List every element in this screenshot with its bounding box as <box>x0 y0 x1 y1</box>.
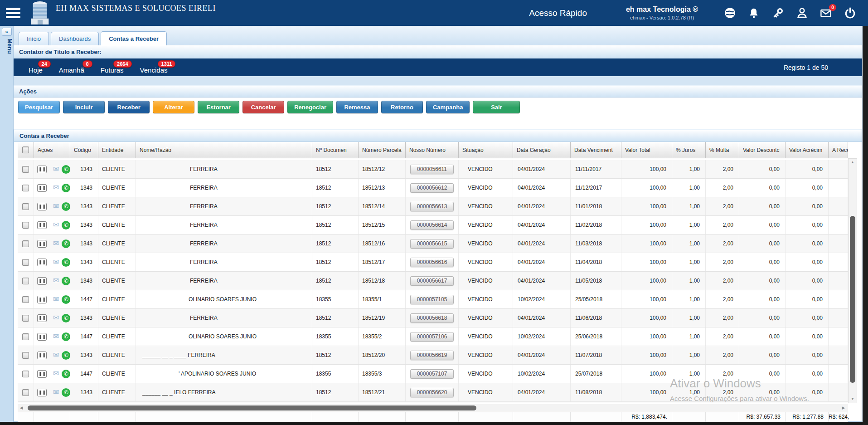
nosso-numero-button[interactable]: 0000056617 <box>410 276 454 286</box>
select-all-checkbox[interactable] <box>22 147 29 153</box>
column-header-aç-es[interactable]: Ações <box>34 142 70 158</box>
quick-access-button[interactable]: Acesso Rápido <box>529 8 587 18</box>
counter-futuras[interactable]: 2664Futuras <box>101 60 129 76</box>
scroll-left-arrow[interactable]: ◀ <box>18 404 25 412</box>
barcode-icon[interactable] <box>37 389 47 396</box>
column-header-valor-acrécim[interactable]: Valor Acrécim <box>786 142 829 158</box>
column-header-%-juros[interactable]: % Juros <box>672 142 706 158</box>
nosso-numero-button[interactable]: 0000056618 <box>410 313 454 323</box>
row-checkbox[interactable] <box>22 259 29 266</box>
barcode-icon[interactable] <box>37 240 47 248</box>
renegociar-button[interactable]: Renegociar <box>287 101 333 113</box>
cancelar-button[interactable]: Cancelar <box>242 101 284 113</box>
receber-button[interactable]: Receber <box>108 101 150 113</box>
barcode-icon[interactable] <box>37 277 47 285</box>
sair-button[interactable]: Sair <box>473 101 520 113</box>
row-checkbox[interactable] <box>22 371 29 377</box>
power-icon[interactable] <box>844 7 856 20</box>
row-checkbox[interactable] <box>22 296 29 303</box>
mail-icon[interactable]: ✉ <box>49 259 59 266</box>
scroll-down-arrow[interactable]: ▼ <box>849 396 857 403</box>
mail-icon[interactable]: ✉ <box>49 166 59 173</box>
incluir-button[interactable]: Incluir <box>63 101 105 113</box>
vertical-scrollbar[interactable]: ▲ ▼ <box>848 158 857 403</box>
bell-icon[interactable] <box>747 7 760 20</box>
column-header-nosso-n-mero[interactable]: Nosso Número <box>406 142 459 158</box>
nosso-numero-button[interactable]: 0000056615 <box>410 239 454 249</box>
whatsapp-icon[interactable]: ✆ <box>62 332 70 341</box>
retorno-button[interactable]: Retorno <box>381 101 423 113</box>
whatsapp-icon[interactable]: ✆ <box>62 295 70 304</box>
barcode-icon[interactable] <box>37 370 47 378</box>
nosso-numero-button[interactable]: 0000056620 <box>410 388 454 397</box>
barcode-icon[interactable] <box>37 221 47 229</box>
estornar-button[interactable]: Estornar <box>198 101 239 113</box>
mail-icon[interactable]: 0 <box>820 7 832 20</box>
horizontal-scrollbar[interactable]: ◀ ▶ <box>18 404 848 412</box>
row-checkbox[interactable] <box>22 278 29 284</box>
nosso-numero-button[interactable]: 0000056619 <box>410 351 454 360</box>
mail-icon[interactable]: ✉ <box>49 352 59 359</box>
whatsapp-icon[interactable]: ✆ <box>62 314 70 322</box>
column-header-data-geração[interactable]: Data Geração <box>513 142 571 158</box>
row-checkbox[interactable] <box>22 185 29 191</box>
mail-icon[interactable]: ✉ <box>49 333 59 340</box>
barcode-icon[interactable] <box>37 314 47 322</box>
nosso-numero-button[interactable]: 0000057106 <box>410 332 454 342</box>
column-header-n-mero-parcela[interactable]: Número Parcela <box>359 142 406 158</box>
tab-contas-a-receber[interactable]: Contas a Receber <box>101 31 167 45</box>
row-checkbox[interactable] <box>22 166 29 173</box>
barcode-icon[interactable] <box>37 352 47 359</box>
user-icon[interactable] <box>795 7 808 20</box>
column-header-data-venciment[interactable]: Data Venciment <box>571 142 621 158</box>
column-header-nº-documen[interactable]: Nº Documen <box>312 142 359 158</box>
mail-icon[interactable]: ✉ <box>49 240 59 247</box>
barcode-icon[interactable] <box>37 259 47 266</box>
row-checkbox[interactable] <box>22 203 29 210</box>
row-checkbox[interactable] <box>22 240 29 247</box>
pesquisar-button[interactable]: Pesquisar <box>18 101 60 113</box>
mail-icon[interactable]: ✉ <box>49 203 59 210</box>
campanha-button[interactable]: Campanha <box>426 101 470 113</box>
mail-icon[interactable]: ✉ <box>49 221 59 229</box>
mail-icon[interactable]: ✉ <box>49 389 59 396</box>
whatsapp-icon[interactable]: ✆ <box>62 221 70 230</box>
barcode-icon[interactable] <box>37 296 47 303</box>
nosso-numero-button[interactable]: 0000057107 <box>410 369 454 379</box>
mail-icon[interactable]: ✉ <box>49 314 59 322</box>
row-checkbox[interactable] <box>22 222 29 229</box>
vertical-scroll-thumb[interactable] <box>850 216 855 383</box>
mail-icon[interactable]: ✉ <box>49 277 59 284</box>
counter-vencidas[interactable]: 1311Vencidas <box>140 60 173 76</box>
remessa-button[interactable]: Remessa <box>336 101 378 113</box>
mail-icon[interactable]: ✉ <box>49 184 59 191</box>
counter-hoje[interactable]: 24Hoje <box>29 60 48 76</box>
sidebar-expand-button[interactable]: » <box>2 28 12 36</box>
column-header-entidade[interactable]: Entidade <box>98 142 136 158</box>
globe-icon[interactable] <box>723 7 736 20</box>
horizontal-scroll-thumb[interactable] <box>28 405 476 410</box>
row-checkbox[interactable] <box>22 389 29 396</box>
nosso-numero-button[interactable]: 0000056614 <box>410 220 454 230</box>
barcode-icon[interactable] <box>37 203 47 210</box>
column-header-nome-razão[interactable]: Nome/Razão <box>136 142 312 158</box>
whatsapp-icon[interactable]: ✆ <box>62 258 70 267</box>
column-header-valor-total[interactable]: Valor Total <box>621 142 672 158</box>
whatsapp-icon[interactable]: ✆ <box>62 277 70 285</box>
whatsapp-icon[interactable]: ✆ <box>62 184 70 192</box>
mail-icon[interactable]: ✉ <box>49 296 59 303</box>
mail-icon[interactable]: ✉ <box>49 370 59 377</box>
nosso-numero-button[interactable]: 0000056612 <box>410 183 454 193</box>
whatsapp-icon[interactable]: ✆ <box>62 370 70 378</box>
row-checkbox[interactable] <box>22 333 29 340</box>
column-header-situação[interactable]: Situação <box>459 142 513 158</box>
tab-dashboards[interactable]: Dashboards <box>51 32 99 45</box>
row-checkbox[interactable] <box>22 315 29 322</box>
nosso-numero-button[interactable]: 0000056613 <box>410 202 454 211</box>
key-icon[interactable] <box>771 7 784 20</box>
nosso-numero-button[interactable]: 0000056611 <box>410 165 454 174</box>
barcode-icon[interactable] <box>37 184 47 192</box>
whatsapp-icon[interactable]: ✆ <box>62 351 70 360</box>
column-header-c-digo[interactable]: Código <box>70 142 98 158</box>
tab-inicio[interactable]: Início <box>19 32 49 45</box>
